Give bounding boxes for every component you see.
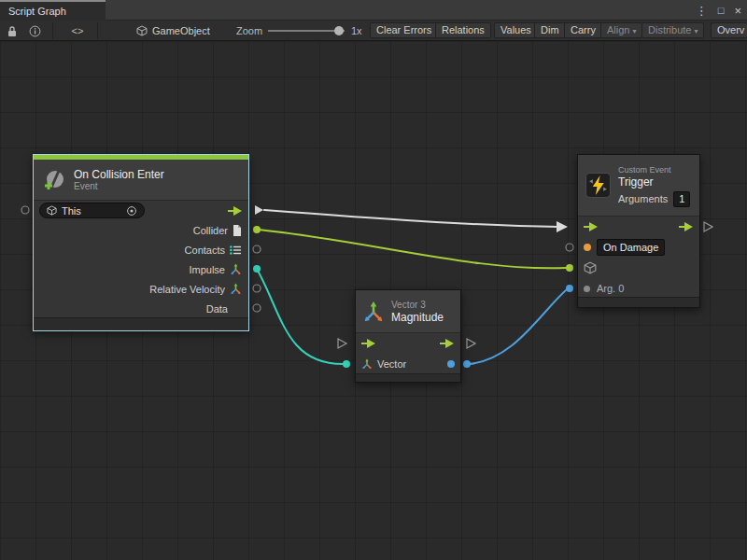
port-marker[interactable] (21, 206, 29, 214)
value-port[interactable] (584, 286, 590, 292)
window-controls: ⋮ □ × (696, 0, 741, 21)
tab-script-graph[interactable]: Script Graph (0, 0, 106, 21)
wire-arrowhead (557, 221, 568, 232)
port-marker[interactable] (253, 245, 261, 253)
graph-canvas[interactable]: On Collision Enter Event This (0, 41, 747, 560)
node-footer (578, 297, 699, 307)
lock-icon[interactable] (4, 24, 21, 37)
wire-control-flow[interactable] (264, 210, 558, 227)
port-marker[interactable] (566, 264, 573, 272)
node-kind-label: Custom Event (618, 164, 690, 175)
custom-event-icon (585, 173, 611, 198)
node-type-label: Vector 3 (391, 300, 444, 311)
port-marker[interactable] (467, 339, 475, 348)
toolbar-separator (97, 22, 98, 39)
port-row-vector[interactable]: Vector (356, 354, 460, 374)
zoom-value: 1x (351, 25, 362, 36)
port-marker[interactable] (566, 285, 573, 292)
node-footer (356, 373, 460, 382)
port-marker[interactable] (253, 226, 261, 233)
node-custom-event-trigger[interactable]: Custom Event Trigger Arguments 1 (577, 154, 700, 308)
port-row-collider[interactable]: Collider (34, 220, 248, 240)
wire-collider-to-target[interactable] (259, 230, 566, 268)
port-marker[interactable] (255, 205, 263, 215)
overview-button[interactable]: Overv (711, 22, 747, 38)
control-output-port[interactable] (679, 222, 694, 231)
zoom-slider-track[interactable] (268, 30, 345, 32)
target-value: This (62, 205, 81, 217)
tab-strip: Script Graph ⋮ □ × (0, 0, 747, 21)
event-name-field[interactable]: On Damage (597, 239, 665, 256)
node-footer (34, 317, 248, 330)
control-port-row (356, 333, 460, 354)
carry-button[interactable]: Carry (564, 22, 602, 38)
port-marker[interactable] (704, 222, 712, 231)
maximize-icon[interactable]: □ (718, 5, 725, 16)
node-subtitle: Event (74, 181, 164, 192)
toolbar-separator (52, 22, 53, 39)
control-input-port[interactable] (361, 339, 376, 348)
port-row-target[interactable] (578, 258, 699, 278)
chevron-down-icon: ▾ (632, 27, 636, 35)
node-title: Magnitude (391, 311, 444, 324)
node-header: Vector 3 Magnitude (356, 290, 460, 333)
control-output-port[interactable] (440, 339, 455, 348)
graph-toolbar: <> GameObject Zoom 1x Clear Errors Relat… (0, 21, 747, 41)
cube-icon[interactable] (584, 261, 597, 274)
cube-icon (136, 25, 148, 36)
wire-impulse-to-vector[interactable] (257, 269, 343, 364)
wire-magnitude-to-arg0[interactable] (469, 289, 567, 364)
vector3-icon (362, 300, 385, 324)
arguments-count-field[interactable]: 1 (673, 191, 690, 207)
port-marker[interactable] (566, 244, 573, 251)
target-dropdown[interactable]: This (39, 203, 145, 218)
port-row-relative-velocity[interactable]: Relative Velocity (34, 279, 248, 299)
collision-event-icon (42, 168, 66, 192)
values-button[interactable]: Values (494, 22, 538, 38)
chevron-down-icon: ▾ (694, 27, 698, 35)
port-marker[interactable] (253, 265, 261, 273)
node-header: On Collision Enter Event (34, 160, 248, 201)
node-on-collision-enter[interactable]: On Collision Enter Event This (33, 154, 249, 331)
zoom-label: Zoom (236, 25, 262, 36)
port-row-this-and-control-out: This (34, 201, 248, 220)
distribute-dropdown-button[interactable]: Distribute▾ (641, 22, 704, 38)
close-icon[interactable]: × (734, 4, 741, 18)
list-icon (230, 245, 242, 255)
port-row-event-name[interactable]: On Damage (578, 237, 699, 258)
vector3-icon (230, 283, 242, 295)
control-port-row (578, 217, 699, 237)
port-marker[interactable] (343, 360, 350, 368)
unity-graph-window: Script Graph ⋮ □ × <> GameObject Zoom 1x… (0, 0, 747, 560)
gameobject-target-chip[interactable]: GameObject (136, 23, 210, 38)
control-output-port[interactable] (228, 206, 243, 216)
port-marker[interactable] (463, 360, 471, 368)
node-header: Custom Event Trigger Arguments 1 (578, 155, 699, 217)
control-input-port[interactable] (584, 222, 599, 231)
port-row-arg0[interactable]: Arg. 0 (578, 278, 699, 299)
relations-button[interactable]: Relations (435, 22, 491, 38)
port-marker[interactable] (338, 339, 346, 348)
clear-errors-button[interactable]: Clear Errors (370, 22, 438, 38)
code-icon[interactable]: <> (67, 24, 88, 37)
info-icon[interactable] (26, 24, 43, 37)
port-row-impulse[interactable]: Impulse (34, 259, 248, 279)
menu-icon[interactable]: ⋮ (696, 4, 708, 18)
cube-icon (47, 205, 57, 216)
align-dropdown-button[interactable]: Align▾ (600, 22, 642, 38)
node-title: On Collision Enter (74, 168, 164, 181)
vector3-icon (361, 358, 373, 370)
target-label: GameObject (152, 25, 210, 36)
node-vector3-magnitude[interactable]: Vector 3 Magnitude Vector (355, 289, 461, 383)
port-row-contacts[interactable]: Contacts (34, 240, 248, 259)
object-picker-icon[interactable] (126, 205, 137, 217)
vector3-icon (230, 263, 242, 275)
tab-title: Script Graph (8, 6, 66, 17)
float-output-port[interactable] (447, 360, 455, 368)
port-marker[interactable] (253, 285, 261, 292)
port-marker[interactable] (253, 304, 261, 312)
zoom-slider-handle[interactable] (334, 26, 344, 35)
string-port[interactable] (584, 244, 591, 251)
dim-button[interactable]: Dim (534, 22, 566, 38)
port-row-data[interactable]: Data (34, 299, 248, 318)
